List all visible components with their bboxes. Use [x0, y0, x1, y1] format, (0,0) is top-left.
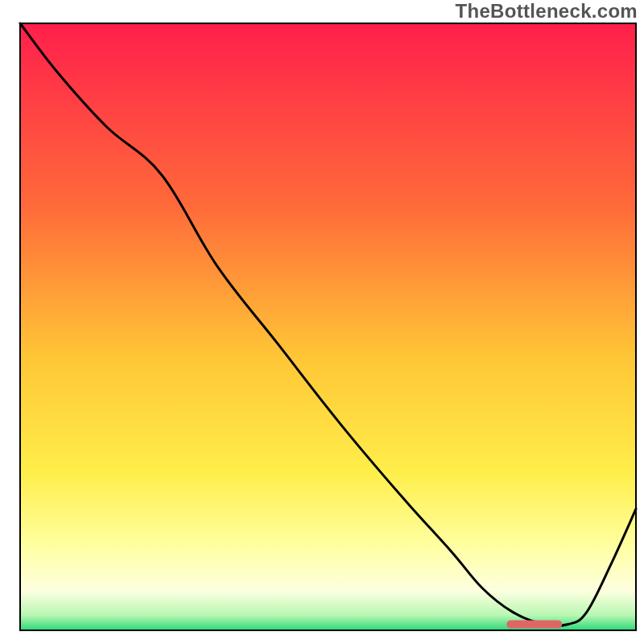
plot-background [20, 23, 636, 630]
min-marker [506, 620, 562, 628]
chart-svg [0, 0, 644, 644]
watermark-text: TheBottleneck.com [456, 0, 638, 23]
chart-container: TheBottleneck.com [0, 0, 644, 644]
